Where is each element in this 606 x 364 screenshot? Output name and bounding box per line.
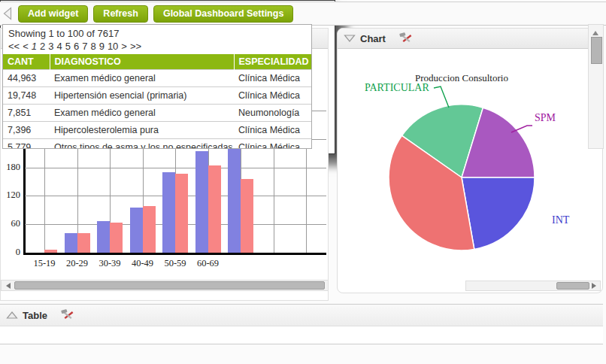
bottom-table-widget-title: Table — [23, 310, 47, 321]
toolbar: Add widget Refresh Global Dashboard Sett… — [0, 2, 606, 26]
page-3[interactable]: 3 — [48, 41, 53, 52]
bar-mujer — [130, 208, 143, 253]
bar-chart-ytick: 180 — [1, 162, 20, 173]
column-header-especialidad[interactable]: ESPECIALIDAD — [234, 54, 311, 70]
table-cell: 7,396 — [3, 122, 50, 139]
collapse-up-icon[interactable] — [6, 311, 18, 320]
column-header-diagnostico[interactable]: DIAGNOSTICO — [50, 54, 234, 70]
bar-chart-xtick: 15-19 — [28, 258, 61, 269]
table-row: 44,963Examen médico generalClínica Médic… — [3, 70, 311, 87]
table-cell: 44,963 — [3, 70, 50, 87]
bar-mujer — [162, 172, 175, 253]
bar-hombre — [175, 174, 188, 253]
page-4[interactable]: 4 — [56, 41, 62, 52]
table-row: 5,779Otros tipos de asma y los no especi… — [3, 139, 311, 150]
bar-hombre — [208, 165, 221, 253]
pie-horizontal-scrollbar[interactable] — [465, 281, 601, 291]
pie-label-int: INT — [552, 214, 569, 226]
chart-widget: Chart Produccion Consultorio PARTICULARS… — [337, 28, 603, 293]
bar-scrollbar-thumb[interactable] — [14, 281, 325, 290]
bar-chart-ytick: 120 — [1, 190, 20, 201]
bar-chart-xtick: 40-49 — [126, 258, 159, 269]
page-7[interactable]: 7 — [82, 41, 87, 52]
refresh-button[interactable]: Refresh — [93, 5, 148, 23]
dashboard-page: Add widget Refresh Global Dashboard Sett… — [0, 0, 606, 364]
collapse-down-icon[interactable] — [344, 34, 356, 43]
pie-chart-area: Produccion Consultorio PARTICULARSPMINT — [338, 49, 602, 293]
pie-labels: PARTICULARSPMINT — [338, 49, 602, 293]
table-row: 7,396Hipercolesterolemia puraClínica Méd… — [3, 122, 311, 139]
table-cell: 5,779 — [3, 139, 50, 150]
bar-mujer — [195, 151, 208, 253]
bottom-table-widget: Table — [0, 304, 603, 344]
bar-chart-ytick: 0 — [1, 247, 20, 258]
widget-settings-tools-icon[interactable] — [61, 309, 75, 322]
table-header-row: CANT DIAGNOSTICO ESPECIALIDAD — [3, 54, 311, 70]
table-cell: Clínica Médica — [234, 122, 311, 139]
table-row: 19,748Hipertensión esencial (primaria)Cl… — [3, 87, 311, 105]
bar-hombre — [143, 206, 156, 253]
table-cell: Clínica Médica — [234, 139, 311, 150]
bottom-table-widget-header[interactable]: Table — [0, 305, 603, 326]
pagination: <<<12345678910>>> — [3, 39, 311, 54]
page-last[interactable]: >> — [130, 41, 141, 52]
page-8[interactable]: 8 — [90, 41, 95, 52]
bar-mujer — [97, 221, 110, 253]
x-axis — [23, 253, 326, 255]
bar-chart-xtick: 20-29 — [61, 258, 94, 269]
page-first[interactable]: << — [8, 41, 20, 52]
table-cell: 19,748 — [3, 87, 50, 105]
showing-text: Showing 1 to 100 of 7617 — [3, 25, 311, 39]
bar-mujer — [65, 233, 77, 253]
bar-hombre — [77, 233, 90, 253]
bar-hombre — [110, 223, 123, 253]
bar-chart-xtick: 50-59 — [159, 258, 192, 269]
floating-table-content: Showing 1 to 100 of 7617 <<<12345678910>… — [2, 24, 312, 149]
column-header-cant[interactable]: CANT — [3, 54, 50, 70]
pie-scrollbar-thumb[interactable] — [556, 282, 589, 290]
scroll-left-arrow-icon[interactable] — [3, 283, 11, 289]
chart-widget-header[interactable]: Chart — [338, 29, 602, 49]
table-cell: Otros tipos de asma y los no especificad… — [50, 139, 234, 150]
page-2[interactable]: 2 — [40, 41, 45, 52]
page-1[interactable]: 1 — [32, 41, 37, 52]
global-dashboard-settings-button[interactable]: Global Dashboard Settings — [153, 5, 293, 23]
pie-label-particular: PARTICULAR — [365, 82, 429, 94]
collapse-toolbar-arrow-icon[interactable] — [2, 7, 13, 20]
table-cell: Clínica Médica — [234, 87, 311, 105]
page-prev[interactable]: < — [23, 41, 29, 52]
add-widget-button[interactable]: Add widget — [18, 5, 88, 23]
table-cell: Examen médico general — [50, 105, 234, 122]
table-row: 7,851Examen médico generalNeumonología — [3, 105, 311, 122]
bar-chart-ytick: 60 — [1, 218, 20, 229]
table-cell: Hipercolesterolemia pura — [50, 122, 234, 139]
table-cell: Neumonología — [234, 105, 311, 122]
bar-hombre — [44, 250, 57, 253]
pie-label-spm: SPM — [535, 112, 556, 124]
table-cell: Hipertensión esencial (primaria) — [50, 87, 234, 105]
table-cell: Examen médico general — [50, 70, 234, 87]
widget-settings-tools-icon[interactable] — [399, 32, 414, 45]
bar-mujer — [228, 145, 241, 253]
page-5[interactable]: 5 — [65, 41, 71, 52]
bar-chart-gridline-h — [25, 168, 326, 168]
page-6[interactable]: 6 — [74, 41, 79, 52]
bar-chart-xtick: 30-39 — [93, 258, 126, 269]
table-cell: 7,851 — [3, 105, 50, 122]
page-10[interactable]: 10 — [108, 41, 118, 52]
table-cell: Clínica Médica — [234, 70, 311, 87]
bar-chart-xtick: 60-69 — [192, 258, 225, 269]
chart-widget-title: Chart — [360, 33, 386, 44]
bar-hombre — [241, 179, 253, 253]
page-next[interactable]: > — [121, 41, 127, 52]
bar-chart-horizontal-scrollbar[interactable] — [1, 280, 328, 291]
scroll-right-arrow-icon[interactable] — [592, 283, 599, 289]
data-table: CANT DIAGNOSTICO ESPECIALIDAD 44,963Exam… — [3, 54, 311, 149]
page-9[interactable]: 9 — [99, 41, 105, 52]
